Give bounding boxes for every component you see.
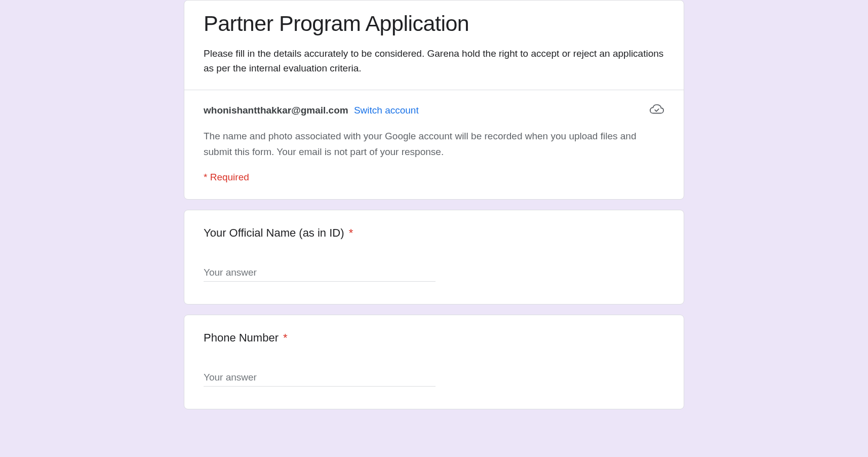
account-row: whonishantthakkar@gmail.com Switch accou…: [204, 103, 664, 118]
account-section: whonishantthakkar@gmail.com Switch accou…: [184, 90, 684, 199]
switch-account-link[interactable]: Switch account: [354, 105, 419, 116]
required-note: * Required: [204, 172, 664, 183]
question-text: Your Official Name (as in ID): [204, 226, 344, 239]
header-section: Partner Program Application Please fill …: [184, 1, 684, 90]
question-label: Phone Number *: [204, 331, 664, 345]
question-card-phone: Phone Number *: [184, 315, 684, 409]
form-title: Partner Program Application: [204, 11, 664, 37]
cloud-check-icon: [649, 103, 664, 118]
question-text: Phone Number: [204, 331, 279, 344]
phone-number-input[interactable]: [204, 369, 436, 387]
account-info: whonishantthakkar@gmail.com Switch accou…: [204, 105, 419, 116]
official-name-input[interactable]: [204, 264, 436, 282]
form-header-card: Partner Program Application Please fill …: [184, 0, 684, 200]
form-description: Please fill in the details accurately to…: [204, 46, 664, 76]
question-label: Your Official Name (as in ID) *: [204, 226, 664, 240]
account-note: The name and photo associated with your …: [204, 129, 664, 160]
required-asterisk: *: [349, 226, 353, 239]
question-card-name: Your Official Name (as in ID) *: [184, 210, 684, 304]
required-asterisk: *: [283, 331, 288, 344]
account-email: whonishantthakkar@gmail.com: [204, 105, 348, 116]
